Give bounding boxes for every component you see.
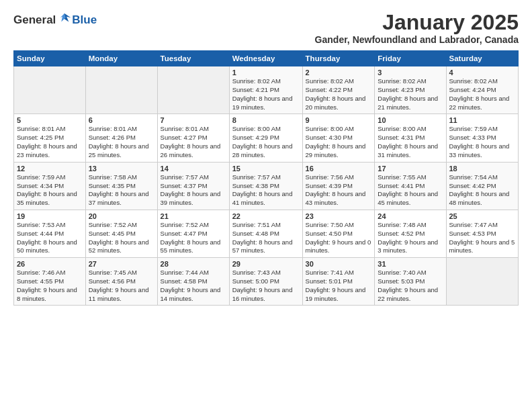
day-number: 27 bbox=[89, 260, 154, 268]
calendar-week-row: 5Sunrise: 8:01 AMSunset: 4:25 PMDaylight… bbox=[14, 114, 519, 162]
day-number: 4 bbox=[449, 68, 516, 77]
day-number: 19 bbox=[17, 212, 83, 220]
col-thursday: Thursday bbox=[302, 51, 375, 66]
day-info: Sunrise: 7:41 AMSunset: 5:01 PMDaylight:… bbox=[306, 269, 372, 303]
table-row: 4Sunrise: 8:02 AMSunset: 4:24 PMDaylight… bbox=[446, 66, 519, 114]
day-number: 9 bbox=[306, 116, 372, 124]
svg-marker-1 bbox=[60, 13, 66, 22]
table-row: 3Sunrise: 8:02 AMSunset: 4:23 PMDaylight… bbox=[375, 66, 446, 114]
table-row: 11Sunrise: 7:59 AMSunset: 4:33 PMDayligh… bbox=[446, 114, 519, 162]
calendar-header-row: Sunday Monday Tuesday Wednesday Thursday… bbox=[14, 51, 519, 66]
table-row: 13Sunrise: 7:58 AMSunset: 4:35 PMDayligh… bbox=[85, 162, 157, 210]
day-number: 5 bbox=[17, 116, 83, 124]
col-friday: Friday bbox=[375, 51, 446, 66]
logo-blue-text: Blue bbox=[72, 14, 97, 26]
day-info: Sunrise: 7:51 AMSunset: 4:48 PMDaylight:… bbox=[232, 221, 300, 255]
day-info: Sunrise: 7:52 AMSunset: 4:45 PMDaylight:… bbox=[89, 221, 154, 255]
day-info: Sunrise: 7:58 AMSunset: 4:35 PMDaylight:… bbox=[89, 173, 154, 208]
day-info: Sunrise: 7:46 AMSunset: 4:55 PMDaylight:… bbox=[17, 269, 83, 303]
table-row: 12Sunrise: 7:59 AMSunset: 4:34 PMDayligh… bbox=[14, 162, 86, 210]
table-row: 26Sunrise: 7:46 AMSunset: 4:55 PMDayligh… bbox=[14, 258, 86, 306]
day-info: Sunrise: 8:00 AMSunset: 4:30 PMDaylight:… bbox=[306, 125, 372, 159]
day-number: 30 bbox=[306, 260, 372, 268]
col-monday: Monday bbox=[85, 51, 157, 66]
table-row: 17Sunrise: 7:55 AMSunset: 4:41 PMDayligh… bbox=[375, 162, 446, 210]
day-number: 14 bbox=[161, 165, 226, 173]
day-number: 21 bbox=[161, 212, 226, 220]
day-info: Sunrise: 7:48 AMSunset: 4:52 PMDaylight:… bbox=[378, 221, 443, 255]
table-row: 28Sunrise: 7:44 AMSunset: 4:58 PMDayligh… bbox=[157, 258, 229, 306]
table-row: 10Sunrise: 8:00 AMSunset: 4:31 PMDayligh… bbox=[375, 114, 446, 162]
table-row: 5Sunrise: 8:01 AMSunset: 4:25 PMDaylight… bbox=[14, 114, 86, 162]
table-row: 19Sunrise: 7:53 AMSunset: 4:44 PMDayligh… bbox=[14, 210, 86, 257]
day-info: Sunrise: 7:57 AMSunset: 4:38 PMDaylight:… bbox=[232, 173, 300, 208]
day-number: 26 bbox=[17, 260, 83, 268]
day-info: Sunrise: 8:00 AMSunset: 4:31 PMDaylight:… bbox=[378, 125, 443, 159]
day-info: Sunrise: 7:50 AMSunset: 4:50 PMDaylight:… bbox=[306, 221, 372, 255]
day-info: Sunrise: 7:59 AMSunset: 4:33 PMDaylight:… bbox=[449, 125, 516, 159]
title-area: January 2025 Gander, Newfoundland and La… bbox=[315, 11, 519, 45]
table-row: 21Sunrise: 7:52 AMSunset: 4:47 PMDayligh… bbox=[157, 210, 229, 257]
table-row: 23Sunrise: 7:50 AMSunset: 4:50 PMDayligh… bbox=[302, 210, 375, 257]
day-number: 17 bbox=[378, 165, 443, 173]
day-number: 20 bbox=[89, 212, 154, 220]
day-info: Sunrise: 7:52 AMSunset: 4:47 PMDaylight:… bbox=[161, 221, 226, 255]
logo-area: General Blue bbox=[13, 11, 97, 26]
day-number: 16 bbox=[306, 165, 372, 173]
day-number: 31 bbox=[378, 260, 443, 268]
day-info: Sunrise: 8:01 AMSunset: 4:25 PMDaylight:… bbox=[17, 125, 83, 159]
day-info: Sunrise: 8:01 AMSunset: 4:26 PMDaylight:… bbox=[89, 125, 154, 159]
day-info: Sunrise: 7:55 AMSunset: 4:41 PMDaylight:… bbox=[378, 173, 443, 208]
day-number: 8 bbox=[232, 116, 300, 124]
day-number: 29 bbox=[232, 260, 300, 268]
table-row: 29Sunrise: 7:43 AMSunset: 5:00 PMDayligh… bbox=[229, 258, 302, 306]
table-row: 27Sunrise: 7:45 AMSunset: 4:56 PMDayligh… bbox=[85, 258, 157, 306]
day-info: Sunrise: 7:44 AMSunset: 4:58 PMDaylight:… bbox=[161, 269, 226, 303]
table-row: 8Sunrise: 8:00 AMSunset: 4:29 PMDaylight… bbox=[229, 114, 302, 162]
day-info: Sunrise: 8:02 AMSunset: 4:23 PMDaylight:… bbox=[378, 77, 443, 111]
day-info: Sunrise: 7:59 AMSunset: 4:34 PMDaylight:… bbox=[17, 173, 83, 208]
day-info: Sunrise: 8:02 AMSunset: 4:22 PMDaylight:… bbox=[306, 77, 372, 111]
calendar-week-row: 1Sunrise: 8:02 AMSunset: 4:21 PMDaylight… bbox=[14, 66, 519, 114]
day-number: 11 bbox=[449, 116, 516, 124]
col-saturday: Saturday bbox=[446, 51, 519, 66]
day-number: 28 bbox=[161, 260, 226, 268]
calendar-week-row: 12Sunrise: 7:59 AMSunset: 4:34 PMDayligh… bbox=[14, 162, 519, 210]
table-row bbox=[85, 66, 157, 114]
day-number: 24 bbox=[378, 212, 443, 220]
day-info: Sunrise: 8:00 AMSunset: 4:29 PMDaylight:… bbox=[232, 125, 300, 159]
day-number: 23 bbox=[306, 212, 372, 220]
day-info: Sunrise: 7:47 AMSunset: 4:53 PMDaylight:… bbox=[449, 221, 516, 255]
table-row: 20Sunrise: 7:52 AMSunset: 4:45 PMDayligh… bbox=[85, 210, 157, 257]
day-number: 1 bbox=[232, 68, 300, 77]
table-row: 16Sunrise: 7:56 AMSunset: 4:39 PMDayligh… bbox=[302, 162, 375, 210]
table-row: 6Sunrise: 8:01 AMSunset: 4:26 PMDaylight… bbox=[85, 114, 157, 162]
logo-bird-icon bbox=[57, 11, 72, 26]
day-info: Sunrise: 7:40 AMSunset: 5:03 PMDaylight:… bbox=[378, 269, 443, 303]
calendar-week-row: 19Sunrise: 7:53 AMSunset: 4:44 PMDayligh… bbox=[14, 210, 519, 257]
table-row: 14Sunrise: 7:57 AMSunset: 4:37 PMDayligh… bbox=[157, 162, 229, 210]
col-wednesday: Wednesday bbox=[229, 51, 302, 66]
table-row: 2Sunrise: 8:02 AMSunset: 4:22 PMDaylight… bbox=[302, 66, 375, 114]
logo: General Blue bbox=[13, 11, 97, 26]
day-info: Sunrise: 7:45 AMSunset: 4:56 PMDaylight:… bbox=[89, 269, 154, 303]
table-row: 25Sunrise: 7:47 AMSunset: 4:53 PMDayligh… bbox=[446, 210, 519, 257]
table-row: 24Sunrise: 7:48 AMSunset: 4:52 PMDayligh… bbox=[375, 210, 446, 257]
day-number: 13 bbox=[89, 165, 154, 173]
day-number: 12 bbox=[17, 165, 83, 173]
header: General Blue January 2025 Gander, Newfou… bbox=[13, 11, 519, 45]
day-info: Sunrise: 7:54 AMSunset: 4:42 PMDaylight:… bbox=[449, 173, 516, 208]
table-row: 31Sunrise: 7:40 AMSunset: 5:03 PMDayligh… bbox=[375, 258, 446, 306]
day-info: Sunrise: 7:43 AMSunset: 5:00 PMDaylight:… bbox=[232, 269, 300, 303]
table-row bbox=[14, 66, 86, 114]
location-title: Gander, Newfoundland and Labrador, Canad… bbox=[315, 34, 519, 45]
col-tuesday: Tuesday bbox=[157, 51, 229, 66]
day-number: 6 bbox=[89, 116, 154, 124]
day-number: 7 bbox=[161, 116, 226, 124]
day-info: Sunrise: 7:57 AMSunset: 4:37 PMDaylight:… bbox=[161, 173, 226, 208]
day-number: 3 bbox=[378, 68, 443, 77]
table-row: 18Sunrise: 7:54 AMSunset: 4:42 PMDayligh… bbox=[446, 162, 519, 210]
calendar-week-row: 26Sunrise: 7:46 AMSunset: 4:55 PMDayligh… bbox=[14, 258, 519, 306]
day-number: 18 bbox=[449, 165, 516, 173]
day-info: Sunrise: 8:02 AMSunset: 4:24 PMDaylight:… bbox=[449, 77, 516, 111]
